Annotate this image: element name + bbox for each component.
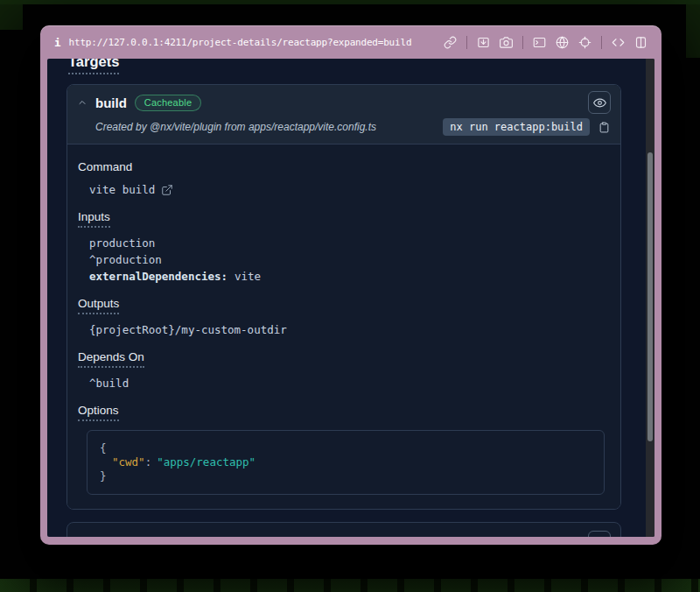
chevron-up-icon[interactable]	[77, 97, 88, 108]
serve-target-title-row[interactable]: serve vite serve	[67, 523, 620, 537]
targets-heading-wrap: Targets	[68, 59, 646, 74]
input-dependency-value: vite	[234, 270, 261, 283]
camera-icon[interactable]	[500, 36, 513, 49]
targets-heading[interactable]: Targets	[68, 59, 119, 74]
depends-on-list: ^build	[89, 375, 606, 391]
code-icon[interactable]	[612, 36, 625, 49]
info-icon: i	[54, 36, 61, 49]
desktop-background-corner-left	[0, 0, 23, 30]
build-target-header: build Cacheable Created by @nx/vite/plug…	[67, 85, 620, 144]
scrollbar-track[interactable]	[646, 59, 654, 537]
eye-icon	[593, 536, 606, 538]
options-section-label[interactable]: Options	[78, 404, 119, 421]
command-value: vite build	[89, 181, 155, 198]
build-target-meta-row: Created by @nx/vite/plugin from apps/rea…	[77, 118, 611, 136]
link-icon[interactable]	[444, 36, 457, 49]
browser-toolbar: i http://127.0.0.1:4211/project-details/…	[47, 25, 654, 59]
run-command-chip: nx run reactapp:build	[443, 118, 590, 136]
created-by-text: Created by @nx/vite/plugin from apps/rea…	[95, 121, 376, 133]
depends-on-section-label[interactable]: Depends On	[78, 350, 144, 368]
desktop-background-corner-right	[686, 4, 700, 58]
globe-icon[interactable]	[556, 36, 569, 49]
desktop-background-bottom	[0, 579, 700, 592]
target-subtitle: vite serve	[137, 536, 185, 537]
outputs-section-label[interactable]: Outputs	[78, 297, 119, 314]
inputs-section-label[interactable]: Inputs	[78, 210, 110, 228]
depends-on-item: ^build	[89, 375, 606, 391]
external-link-icon[interactable]	[161, 184, 173, 196]
page-content: Targets build Cacheable Created by @nx/v…	[47, 59, 654, 537]
options-json-viewer: { "cwd":"apps/reactapp" }	[87, 430, 605, 495]
outputs-list: {projectRoot}/my-custom-outdir	[89, 321, 606, 338]
build-target-title-row[interactable]: build Cacheable	[77, 91, 611, 114]
inputs-list: production ^production externalDependenc…	[89, 235, 606, 285]
browser-window: i http://127.0.0.1:4211/project-details/…	[40, 25, 662, 545]
toolbar-divider	[522, 36, 523, 49]
project-details-page: Targets build Cacheable Created by @nx/v…	[47, 59, 646, 537]
input-item: externalDependencies:vite	[89, 268, 606, 285]
build-target-body: Command vite build Inputs production ^pr…	[67, 144, 620, 509]
clipboard-icon	[598, 122, 610, 133]
terminal-icon[interactable]	[533, 36, 546, 49]
input-item: ^production	[89, 251, 606, 268]
copy-command-button[interactable]	[597, 120, 611, 134]
build-target-card: build Cacheable Created by @nx/vite/plug…	[66, 84, 621, 510]
toolbar-divider	[601, 36, 602, 49]
output-item: {projectRoot}/my-custom-outdir	[89, 321, 606, 338]
target-name: serve	[95, 535, 130, 538]
view-target-graph-button[interactable]	[588, 91, 611, 114]
address-url[interactable]: http://127.0.0.1:4211/project-details/re…	[69, 37, 412, 48]
eye-icon	[593, 96, 606, 109]
view-target-graph-button[interactable]	[588, 531, 611, 537]
input-dependency-key: externalDependencies:	[89, 270, 228, 283]
desktop-background-top	[0, 0, 700, 4]
toolbar-icon-group	[444, 36, 648, 49]
json-close-brace: }	[100, 469, 592, 483]
json-value: "apps/reactapp"	[157, 455, 256, 469]
json-colon: :	[145, 455, 152, 469]
scrollbar-thumb[interactable]	[648, 152, 653, 441]
command-value-row: vite build	[89, 181, 606, 198]
serve-target-card: serve vite serve	[66, 522, 621, 537]
json-key: "cwd"	[112, 455, 145, 469]
crosshair-icon[interactable]	[578, 36, 592, 49]
cacheable-badge: Cacheable	[135, 95, 201, 111]
json-property-line: "cwd":"apps/reactapp"	[100, 455, 592, 469]
json-open-brace: {	[100, 441, 592, 455]
split-panel-icon[interactable]	[634, 36, 648, 49]
download-tray-icon[interactable]	[477, 36, 490, 49]
target-name: build	[95, 95, 127, 110]
toolbar-divider	[466, 36, 467, 49]
command-section-label: Command	[78, 160, 132, 173]
input-item: production	[89, 235, 606, 251]
